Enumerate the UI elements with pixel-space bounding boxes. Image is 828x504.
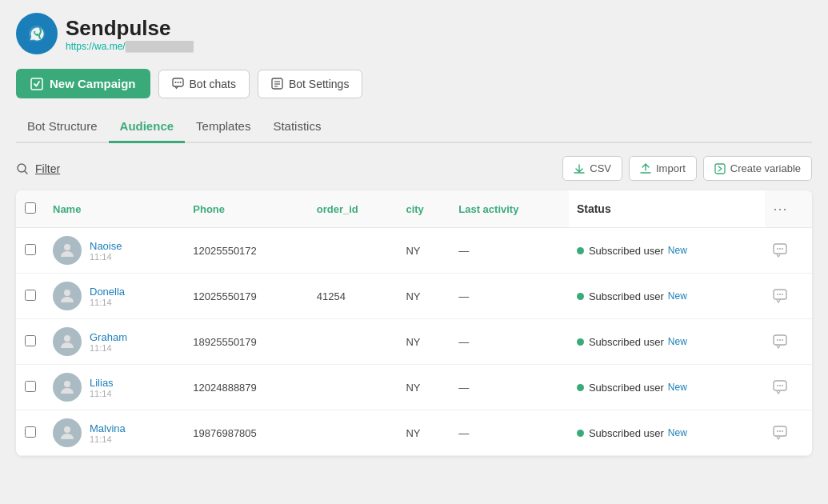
tab-bot-structure[interactable]: Bot Structure <box>16 113 109 143</box>
row-name-cell-2: Graham 11:14 <box>45 319 185 365</box>
row-checkbox-2[interactable] <box>25 335 36 346</box>
status-badge-2: New <box>668 336 687 347</box>
row-phone-3: 12024888879 <box>185 365 308 410</box>
row-status-4: Subscribed user New <box>569 410 765 456</box>
svg-point-34 <box>777 430 778 432</box>
svg-point-14 <box>777 248 778 250</box>
row-checkbox-cell <box>16 365 45 410</box>
tab-templates[interactable]: Templates <box>185 113 262 143</box>
svg-rect-11 <box>715 164 725 174</box>
bot-settings-icon <box>271 78 283 90</box>
chat-button-2[interactable] <box>773 334 787 349</box>
status-badge-4: New <box>668 427 687 438</box>
new-campaign-icon <box>30 78 43 90</box>
bot-chats-button[interactable]: Bot chats <box>158 70 250 98</box>
status-dot-2 <box>577 338 584 346</box>
status-dot-1 <box>577 293 584 300</box>
header-order-id: order_id <box>309 190 398 228</box>
svg-point-22 <box>64 335 70 342</box>
import-icon <box>640 163 651 174</box>
table-row: Malvina 11:14 19876987805 NY — Subscribe… <box>16 410 812 456</box>
status-text-4: Subscribed user <box>589 427 664 439</box>
row-city-1: NY <box>398 274 450 319</box>
new-campaign-button[interactable]: New Campaign <box>16 69 150 98</box>
row-name-cell-3: Lilias 11:14 <box>45 365 185 410</box>
row-checkbox-0[interactable] <box>25 244 36 255</box>
toolbar: New Campaign Bot chats Bot Settings <box>16 69 812 98</box>
svg-point-4 <box>177 82 178 83</box>
row-order-id-2 <box>309 319 398 365</box>
row-last-activity-1: — <box>450 274 569 319</box>
user-time-1: 11:14 <box>90 298 125 307</box>
row-city-0: NY <box>398 228 450 274</box>
status-text-1: Subscribed user <box>589 290 664 302</box>
svg-point-3 <box>174 82 176 83</box>
user-avatar-1 <box>53 282 82 310</box>
chat-button-0[interactable] <box>773 243 787 258</box>
row-last-activity-4: — <box>450 410 569 456</box>
table-row: Donella 11:14 12025550179 41254 NY — Sub… <box>16 274 812 319</box>
row-name-cell-4: Malvina 11:14 <box>45 410 185 456</box>
filter-label[interactable]: Filter <box>35 162 60 175</box>
search-button[interactable] <box>16 162 29 175</box>
svg-point-16 <box>782 248 783 250</box>
status-dot-4 <box>577 430 584 437</box>
status-dot-3 <box>577 384 584 391</box>
row-city-3: NY <box>398 365 450 410</box>
bot-chats-icon <box>172 78 184 90</box>
row-checkbox-cell <box>16 410 45 456</box>
table-row: Naoise 11:14 12025550172 NY — Subscribed… <box>16 228 812 274</box>
chat-button-1[interactable] <box>773 289 787 303</box>
create-variable-button[interactable]: Create variable <box>703 156 812 181</box>
svg-point-5 <box>179 82 181 83</box>
csv-button[interactable]: CSV <box>562 156 622 181</box>
svg-point-12 <box>64 244 70 250</box>
row-status-3: Subscribed user New <box>569 365 765 410</box>
csv-icon <box>574 163 585 174</box>
svg-point-21 <box>782 294 783 295</box>
logo-text-group: Sendpulse https://wa.me/██████████ <box>66 16 194 52</box>
select-all-checkbox[interactable] <box>25 202 36 214</box>
svg-point-32 <box>64 426 70 433</box>
user-name-1[interactable]: Donella <box>90 286 125 298</box>
user-name-0[interactable]: Naoise <box>90 240 122 252</box>
tab-statistics[interactable]: Statistics <box>262 113 332 143</box>
chat-button-3[interactable] <box>773 380 787 394</box>
status-text-3: Subscribed user <box>589 382 664 394</box>
columns-more-button[interactable]: ⋯ <box>773 200 787 218</box>
header-last-activity: Last activity <box>450 190 569 228</box>
status-dot-0 <box>577 247 584 254</box>
svg-point-31 <box>782 385 783 386</box>
user-name-4[interactable]: Malvina <box>90 422 126 434</box>
user-name-3[interactable]: Lilias <box>90 377 114 389</box>
status-badge-1: New <box>668 290 687 302</box>
action-buttons: CSV Import Create variable <box>562 156 812 181</box>
import-button[interactable]: Import <box>629 156 697 181</box>
row-name-cell-1: Donella 11:14 <box>45 274 185 319</box>
svg-point-30 <box>779 385 781 386</box>
svg-rect-1 <box>31 78 42 90</box>
row-phone-1: 12025550179 <box>185 274 308 319</box>
row-last-activity-3: — <box>450 365 569 410</box>
header: Sendpulse https://wa.me/██████████ <box>16 13 812 54</box>
header-actions: ⋯ <box>765 190 812 228</box>
app-container: Sendpulse https://wa.me/██████████ New C… <box>0 0 828 504</box>
bot-settings-button[interactable]: Bot Settings <box>258 70 363 98</box>
user-name-2[interactable]: Graham <box>90 331 127 343</box>
tab-audience[interactable]: Audience <box>109 113 186 143</box>
row-checkbox-1[interactable] <box>25 290 36 301</box>
row-last-activity-0: — <box>450 228 569 274</box>
chat-button-4[interactable] <box>773 426 787 440</box>
tabs: Bot Structure Audience Templates Statist… <box>16 113 812 143</box>
audience-table: Name Phone order_id city Last activity S… <box>16 190 812 456</box>
header-city: city <box>398 190 450 228</box>
row-city-4: NY <box>398 410 450 456</box>
filter-area: Filter <box>16 162 60 175</box>
row-checkbox-3[interactable] <box>25 381 36 392</box>
row-checkbox-4[interactable] <box>25 426 36 438</box>
row-phone-2: 18925550179 <box>185 319 308 365</box>
row-checkbox-cell <box>16 274 45 319</box>
svg-point-20 <box>779 294 781 295</box>
user-avatar-3 <box>53 373 82 402</box>
status-badge-0: New <box>668 245 687 256</box>
